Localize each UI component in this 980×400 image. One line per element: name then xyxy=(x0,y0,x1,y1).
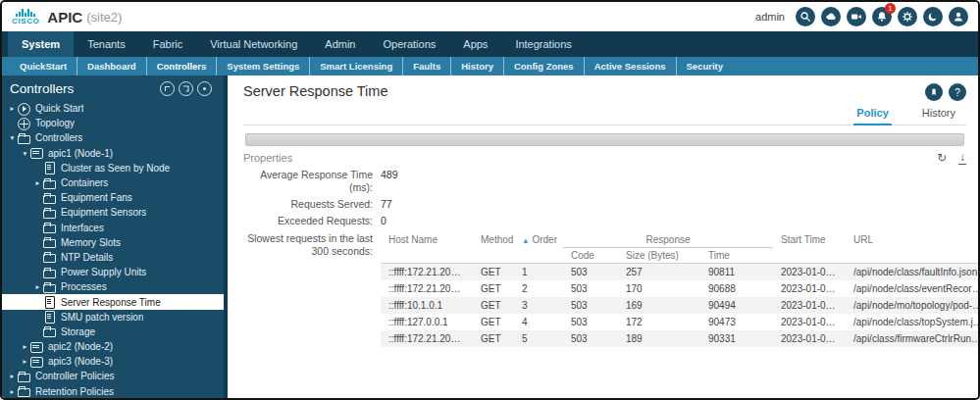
table-row[interactable]: ::ffff:172.21.208.205GET1503257908112023… xyxy=(381,263,980,280)
table-row[interactable]: ::ffff:127.0.0.1GET4503172904732023-01-0… xyxy=(381,314,980,330)
cell-host: ::ffff:172.21.208.205 xyxy=(381,263,473,280)
tree-item-quick-start[interactable]: ▸Quick Start xyxy=(2,101,224,116)
expander-closed-icon[interactable]: ▸ xyxy=(32,178,43,187)
search-icon[interactable] xyxy=(796,7,815,26)
tree-item-interfaces[interactable]: Interfaces xyxy=(2,221,224,235)
table-row[interactable]: ::ffff:10.1.0.1GET3503169904942023-01-03… xyxy=(381,297,980,314)
main-nav-item-virtual-networking[interactable]: Virtual Networking xyxy=(196,31,311,57)
pane-collapse-icon[interactable] xyxy=(160,81,175,96)
main-nav-item-tenants[interactable]: Tenants xyxy=(74,31,139,57)
expander-closed-icon[interactable]: ▸ xyxy=(20,342,30,351)
main-nav-item-apps[interactable]: Apps xyxy=(449,31,501,57)
tree-item-storage[interactable]: Storage xyxy=(2,325,224,339)
property-label: Exceeded Requests: xyxy=(243,215,373,227)
help-icon[interactable]: ? xyxy=(949,83,966,101)
col-start-time[interactable]: Start Time xyxy=(773,232,846,264)
sub-nav-item-smart-licensing[interactable]: Smart Licensing xyxy=(309,57,402,75)
sub-nav-item-system-settings[interactable]: System Settings xyxy=(216,57,309,75)
refresh-icon[interactable]: ↻ xyxy=(937,151,947,165)
video-icon[interactable] xyxy=(847,7,866,26)
expander-closed-icon[interactable]: ▸ xyxy=(7,372,18,380)
controller-icon xyxy=(30,356,43,368)
tree-item-apic1-node-1[interactable]: ▾apic1 (Node-1) xyxy=(2,146,224,161)
tree-item-smu-patch-version[interactable]: SMU patch version xyxy=(2,310,224,325)
moon-icon[interactable] xyxy=(923,7,943,26)
pane-pin-icon[interactable] xyxy=(179,81,193,96)
actions-toolbar[interactable] xyxy=(245,133,964,146)
property-value: 0 xyxy=(381,215,387,227)
expander-closed-icon[interactable]: ▸ xyxy=(32,282,43,291)
property-label: Slowest requests in the last 300 seconds… xyxy=(243,232,373,347)
tree-item-controllers[interactable]: ▾Controllers xyxy=(2,130,224,145)
expander-closed-icon[interactable]: ▸ xyxy=(7,104,18,113)
expander-open-icon[interactable]: ▾ xyxy=(20,149,30,158)
col-size-bytes[interactable]: Size (Bytes) xyxy=(618,247,700,263)
main-nav-item-fabric[interactable]: Fabric xyxy=(139,31,197,57)
tree-item-cluster-as-seen-by-node[interactable]: Cluster as Seen by Node xyxy=(2,161,224,175)
cell-order: 5 xyxy=(514,330,563,347)
gear-icon[interactable] xyxy=(898,7,917,26)
cell-order: 3 xyxy=(514,297,563,314)
bell-icon[interactable]: 1 xyxy=(872,7,892,26)
col-order[interactable]: ▲Order xyxy=(514,232,563,264)
sub-nav-item-dashboard[interactable]: Dashboard xyxy=(77,57,146,75)
cisco-brand-text: CISCO xyxy=(12,17,39,25)
cell-time: 90688 xyxy=(700,280,773,297)
sub-nav-item-active-sessions[interactable]: Active Sessions xyxy=(584,57,676,75)
controller-icon xyxy=(30,341,43,353)
col-url[interactable]: URL xyxy=(846,232,980,264)
tree-item-power-supply-units[interactable]: Power Supply Units xyxy=(2,265,224,279)
cloud-icon[interactable] xyxy=(821,7,841,26)
property-row-slowest-requests: Slowest requests in the last 300 seconds… xyxy=(243,232,966,347)
cell-method: GET xyxy=(473,330,514,347)
tree-item-processes[interactable]: ▸Processes xyxy=(2,279,224,294)
sub-nav-item-faults[interactable]: Faults xyxy=(402,57,450,75)
tree-item-controller-policies[interactable]: ▸Controller Policies xyxy=(2,369,224,383)
tree-item-memory-slots[interactable]: Memory Slots xyxy=(2,235,224,250)
col-time[interactable]: Time xyxy=(700,247,773,263)
tab-history[interactable]: History xyxy=(919,103,958,125)
col-code[interactable]: Code xyxy=(563,247,618,263)
tree-item-retention-policies[interactable]: ▸Retention Policies xyxy=(2,384,224,398)
sidebar-header-icons xyxy=(160,81,212,96)
tab-policy[interactable]: Policy xyxy=(853,103,891,125)
expander-open-icon[interactable]: ▾ xyxy=(7,133,18,142)
main-nav-item-integrations[interactable]: Integrations xyxy=(501,31,585,57)
sub-nav-item-config-zones[interactable]: Config Zones xyxy=(503,57,584,75)
cell-size: 257 xyxy=(618,263,700,280)
expander-closed-icon[interactable]: ▸ xyxy=(7,387,18,396)
main-nav-item-system[interactable]: System xyxy=(8,31,74,57)
header-actions: admin 1 xyxy=(755,7,968,26)
user-icon[interactable] xyxy=(949,7,968,26)
sub-nav-item-quickstart[interactable]: QuickStart xyxy=(10,57,77,75)
tree-item-apic3-node-3[interactable]: ▸apic3 (Node-3) xyxy=(2,354,224,369)
cell-url: /api/node/mo/topology/pod-2.json xyxy=(846,297,980,314)
download-icon[interactable]: ↓ xyxy=(958,152,966,165)
cell-code: 503 xyxy=(563,263,618,280)
tree-item-server-response-time[interactable]: Server Response Time xyxy=(2,294,224,309)
table-row[interactable]: ::ffff:172.21.208.205GET2503170906882023… xyxy=(381,280,980,297)
tree-item-apic2-node-2[interactable]: ▸apic2 (Node-2) xyxy=(2,339,224,354)
col-method[interactable]: Method xyxy=(473,232,514,264)
content-header: Server Response Time ? xyxy=(243,83,966,101)
tree-item-topology[interactable]: Topology xyxy=(2,116,224,130)
expander-closed-icon[interactable]: ▸ xyxy=(20,357,30,366)
tree-item-ntp-details[interactable]: NTP Details xyxy=(2,250,224,265)
main-nav-item-admin[interactable]: Admin xyxy=(311,31,369,57)
cell-start: 2023-01-03T... xyxy=(773,280,846,297)
table-row[interactable]: ::ffff:172.21.208.162GET5503189903312023… xyxy=(381,330,980,347)
bookmark-icon[interactable] xyxy=(925,83,943,101)
pane-focus-icon[interactable] xyxy=(197,81,212,96)
col-host-name[interactable]: Host Name xyxy=(381,232,473,264)
tree-item-label: NTP Details xyxy=(61,252,113,263)
sub-nav-item-history[interactable]: History xyxy=(450,57,503,75)
sub-nav-item-security[interactable]: Security xyxy=(676,57,734,75)
tree-item-equipment-fans[interactable]: Equipment Fans xyxy=(2,190,224,205)
tree-item-containers[interactable]: ▸Containers xyxy=(2,175,224,190)
property-label: Average Response Time (ms): xyxy=(243,169,373,194)
sub-nav-item-controllers[interactable]: Controllers xyxy=(146,57,217,75)
main-nav-item-operations[interactable]: Operations xyxy=(369,31,449,57)
username-menu[interactable]: admin xyxy=(755,11,785,23)
tree-item-equipment-sensors[interactable]: Equipment Sensors xyxy=(2,205,224,220)
cell-start: 2023-01-03T... xyxy=(773,314,846,330)
